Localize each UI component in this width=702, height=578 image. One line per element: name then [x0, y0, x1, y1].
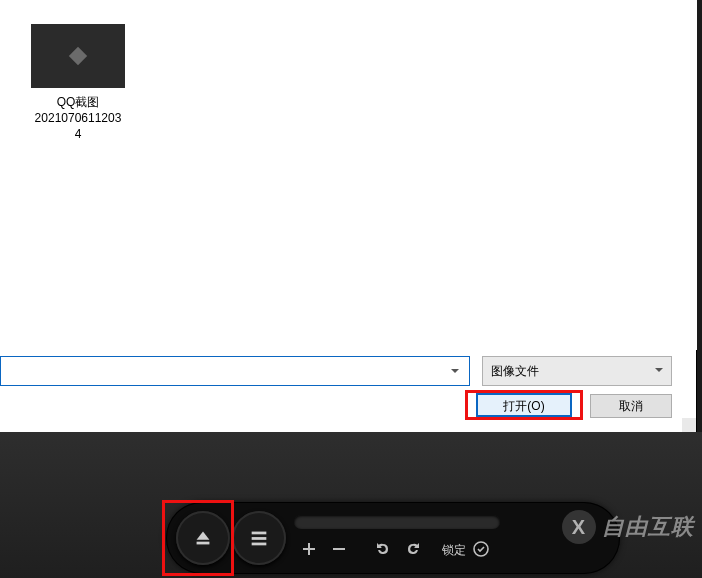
lock-toggle[interactable] [472, 540, 490, 558]
cancel-button[interactable]: 取消 [590, 394, 672, 418]
progress-slider[interactable] [294, 515, 500, 529]
file-list-area[interactable]: QQ截图 2021070611203 4 [0, 0, 697, 350]
zoom-in-button[interactable] [298, 538, 320, 560]
svg-rect-2 [252, 532, 267, 535]
file-open-dialog: QQ截图 2021070611203 4 图像文件 打开(O) 取消 [0, 0, 697, 432]
menu-icon [248, 527, 270, 549]
svg-rect-0 [69, 47, 87, 65]
svg-rect-1 [197, 542, 210, 545]
svg-rect-5 [333, 548, 345, 550]
undo-button[interactable] [372, 538, 394, 560]
svg-rect-4 [252, 543, 267, 546]
eject-button[interactable] [176, 511, 230, 565]
watermark: X 自由互联 [562, 510, 694, 544]
plus-icon [301, 541, 317, 557]
check-circle-icon [473, 541, 489, 557]
zoom-out-button[interactable] [328, 538, 350, 560]
filename-input[interactable] [1, 357, 441, 385]
resize-grip[interactable] [682, 418, 696, 432]
minus-icon [331, 541, 347, 557]
open-button-label: 打开(O) [503, 399, 544, 413]
watermark-logo-icon: X [562, 510, 596, 544]
redo-icon [405, 541, 421, 557]
open-button[interactable]: 打开(O) [476, 393, 572, 417]
file-type-label: 图像文件 [491, 363, 539, 380]
svg-rect-3 [252, 537, 267, 540]
filename-combobox[interactable] [0, 356, 470, 386]
watermark-text: 自由互联 [602, 512, 694, 542]
eject-icon [192, 527, 214, 549]
lock-label: 锁定 [442, 542, 466, 559]
menu-button[interactable] [232, 511, 286, 565]
cancel-button-label: 取消 [619, 399, 643, 413]
dialog-button-row: 打开(O) 取消 [0, 392, 680, 430]
undo-icon [375, 541, 391, 557]
file-type-select[interactable]: 图像文件 [482, 356, 672, 386]
filename-row: 图像文件 [0, 356, 680, 390]
file-item[interactable]: QQ截图 2021070611203 4 [28, 24, 128, 143]
redo-button[interactable] [402, 538, 424, 560]
chevron-down-icon [655, 364, 663, 379]
diamond-icon [65, 43, 91, 69]
file-thumbnail [31, 24, 125, 88]
filename-dropdown-icon[interactable] [445, 357, 465, 385]
file-label: QQ截图 2021070611203 4 [28, 94, 128, 143]
